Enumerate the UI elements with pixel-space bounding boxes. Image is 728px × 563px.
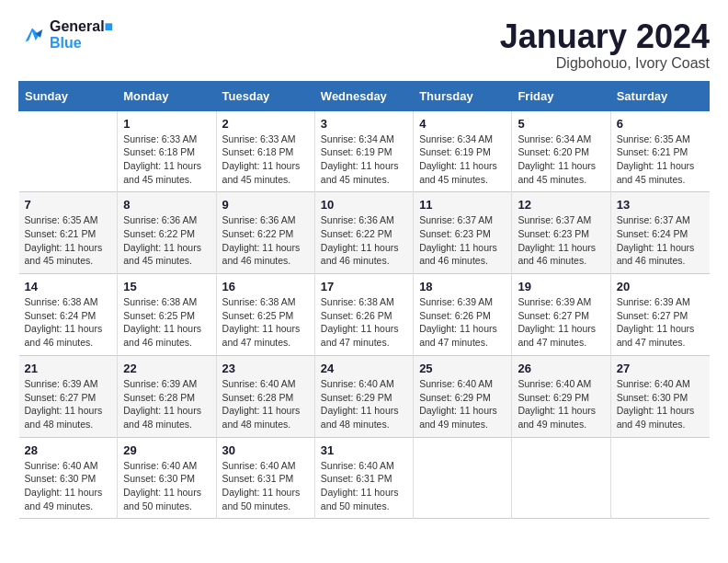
day-info: Sunrise: 6:34 AM Sunset: 6:19 PM Dayligh… xyxy=(419,132,506,187)
calendar-cell: 12Sunrise: 6:37 AM Sunset: 6:23 PM Dayli… xyxy=(512,192,610,274)
weekday-header-monday: Monday xyxy=(118,81,216,110)
day-number: 19 xyxy=(518,280,604,293)
calendar-cell xyxy=(414,437,512,519)
weekday-header-tuesday: Tuesday xyxy=(216,81,314,110)
logo-bird-icon xyxy=(18,21,46,49)
day-number: 25 xyxy=(419,362,506,375)
calendar-cell: 6Sunrise: 6:35 AM Sunset: 6:21 PM Daylig… xyxy=(610,110,709,192)
day-number: 7 xyxy=(25,198,112,212)
day-number: 3 xyxy=(321,117,407,131)
day-info: Sunrise: 6:33 AM Sunset: 6:18 PM Dayligh… xyxy=(222,132,309,187)
day-number: 12 xyxy=(518,198,604,212)
calendar-cell: 5Sunrise: 6:34 AM Sunset: 6:20 PM Daylig… xyxy=(512,110,610,192)
day-info: Sunrise: 6:36 AM Sunset: 6:22 PM Dayligh… xyxy=(123,213,210,268)
calendar-cell xyxy=(19,110,118,192)
day-info: Sunrise: 6:40 AM Sunset: 6:28 PM Dayligh… xyxy=(222,377,309,431)
day-number: 18 xyxy=(419,280,506,293)
calendar-cell: 27Sunrise: 6:40 AM Sunset: 6:30 PM Dayli… xyxy=(610,355,709,437)
day-info: Sunrise: 6:34 AM Sunset: 6:20 PM Dayligh… xyxy=(518,132,604,187)
day-info: Sunrise: 6:40 AM Sunset: 6:31 PM Dayligh… xyxy=(321,459,407,513)
day-number: 16 xyxy=(222,280,309,293)
day-number: 14 xyxy=(25,280,112,293)
week-row-5: 28Sunrise: 6:40 AM Sunset: 6:30 PM Dayli… xyxy=(19,437,710,519)
calendar-cell: 4Sunrise: 6:34 AM Sunset: 6:19 PM Daylig… xyxy=(414,110,512,192)
day-number: 22 xyxy=(123,362,210,375)
day-info: Sunrise: 6:39 AM Sunset: 6:27 PM Dayligh… xyxy=(617,295,704,350)
day-number: 4 xyxy=(419,117,506,131)
day-number: 9 xyxy=(222,198,309,212)
calendar-cell: 31Sunrise: 6:40 AM Sunset: 6:31 PM Dayli… xyxy=(314,437,413,519)
svg-marker-0 xyxy=(26,29,40,42)
week-row-4: 21Sunrise: 6:39 AM Sunset: 6:27 PM Dayli… xyxy=(19,355,710,437)
calendar-cell: 26Sunrise: 6:40 AM Sunset: 6:29 PM Dayli… xyxy=(512,355,610,437)
day-info: Sunrise: 6:39 AM Sunset: 6:27 PM Dayligh… xyxy=(25,377,112,431)
day-number: 2 xyxy=(222,117,309,131)
day-number: 28 xyxy=(25,443,112,457)
weekday-header-wednesday: Wednesday xyxy=(314,81,413,110)
day-info: Sunrise: 6:40 AM Sunset: 6:30 PM Dayligh… xyxy=(617,377,704,431)
day-number: 5 xyxy=(518,117,604,131)
day-info: Sunrise: 6:37 AM Sunset: 6:23 PM Dayligh… xyxy=(419,213,506,268)
day-number: 29 xyxy=(123,443,210,457)
day-info: Sunrise: 6:35 AM Sunset: 6:21 PM Dayligh… xyxy=(617,132,704,187)
day-number: 27 xyxy=(617,362,704,375)
day-info: Sunrise: 6:33 AM Sunset: 6:18 PM Dayligh… xyxy=(123,132,210,187)
calendar-cell xyxy=(512,437,610,519)
calendar-cell: 13Sunrise: 6:37 AM Sunset: 6:24 PM Dayli… xyxy=(610,192,709,274)
calendar-cell: 21Sunrise: 6:39 AM Sunset: 6:27 PM Dayli… xyxy=(19,355,118,437)
calendar-cell: 23Sunrise: 6:40 AM Sunset: 6:28 PM Dayli… xyxy=(216,355,314,437)
month-title: January 2024 xyxy=(500,18,710,55)
day-info: Sunrise: 6:40 AM Sunset: 6:29 PM Dayligh… xyxy=(321,377,407,431)
week-row-2: 7Sunrise: 6:35 AM Sunset: 6:21 PM Daylig… xyxy=(19,192,710,274)
calendar-cell: 16Sunrise: 6:38 AM Sunset: 6:25 PM Dayli… xyxy=(216,274,314,356)
day-info: Sunrise: 6:34 AM Sunset: 6:19 PM Dayligh… xyxy=(321,132,407,187)
day-number: 23 xyxy=(222,362,309,375)
day-info: Sunrise: 6:40 AM Sunset: 6:30 PM Dayligh… xyxy=(123,459,210,513)
calendar-cell: 1Sunrise: 6:33 AM Sunset: 6:18 PM Daylig… xyxy=(118,110,216,192)
calendar-cell: 18Sunrise: 6:39 AM Sunset: 6:26 PM Dayli… xyxy=(414,274,512,356)
day-number: 30 xyxy=(222,443,309,457)
weekday-header-saturday: Saturday xyxy=(610,81,709,110)
day-number: 1 xyxy=(123,117,210,131)
calendar-cell: 2Sunrise: 6:33 AM Sunset: 6:18 PM Daylig… xyxy=(216,110,314,192)
day-number: 31 xyxy=(321,443,407,457)
day-info: Sunrise: 6:36 AM Sunset: 6:22 PM Dayligh… xyxy=(222,213,309,268)
calendar-cell: 29Sunrise: 6:40 AM Sunset: 6:30 PM Dayli… xyxy=(118,437,216,519)
day-info: Sunrise: 6:39 AM Sunset: 6:27 PM Dayligh… xyxy=(518,295,604,350)
day-number: 6 xyxy=(617,117,704,131)
day-number: 15 xyxy=(123,280,210,293)
calendar-cell: 20Sunrise: 6:39 AM Sunset: 6:27 PM Dayli… xyxy=(610,274,709,356)
calendar-cell: 22Sunrise: 6:39 AM Sunset: 6:28 PM Dayli… xyxy=(118,355,216,437)
day-info: Sunrise: 6:38 AM Sunset: 6:25 PM Dayligh… xyxy=(123,295,210,350)
calendar-cell: 9Sunrise: 6:36 AM Sunset: 6:22 PM Daylig… xyxy=(216,192,314,274)
day-info: Sunrise: 6:35 AM Sunset: 6:21 PM Dayligh… xyxy=(25,213,112,268)
calendar-cell xyxy=(610,437,709,519)
day-info: Sunrise: 6:38 AM Sunset: 6:26 PM Dayligh… xyxy=(321,295,407,350)
calendar-cell: 24Sunrise: 6:40 AM Sunset: 6:29 PM Dayli… xyxy=(314,355,413,437)
calendar-cell: 10Sunrise: 6:36 AM Sunset: 6:22 PM Dayli… xyxy=(314,192,413,274)
day-number: 8 xyxy=(123,198,210,212)
calendar-cell: 25Sunrise: 6:40 AM Sunset: 6:29 PM Dayli… xyxy=(414,355,512,437)
day-info: Sunrise: 6:38 AM Sunset: 6:24 PM Dayligh… xyxy=(25,295,112,350)
day-info: Sunrise: 6:37 AM Sunset: 6:24 PM Dayligh… xyxy=(617,213,704,268)
day-info: Sunrise: 6:37 AM Sunset: 6:23 PM Dayligh… xyxy=(518,213,604,268)
day-number: 11 xyxy=(419,198,506,212)
day-info: Sunrise: 6:40 AM Sunset: 6:29 PM Dayligh… xyxy=(518,377,604,431)
day-number: 24 xyxy=(321,362,407,375)
calendar-cell: 8Sunrise: 6:36 AM Sunset: 6:22 PM Daylig… xyxy=(118,192,216,274)
day-number: 13 xyxy=(617,198,704,212)
weekday-header-row: SundayMondayTuesdayWednesdayThursdayFrid… xyxy=(19,81,710,110)
day-info: Sunrise: 6:39 AM Sunset: 6:28 PM Dayligh… xyxy=(123,377,210,431)
calendar-cell: 11Sunrise: 6:37 AM Sunset: 6:23 PM Dayli… xyxy=(414,192,512,274)
calendar-cell: 17Sunrise: 6:38 AM Sunset: 6:26 PM Dayli… xyxy=(314,274,413,356)
week-row-1: 1Sunrise: 6:33 AM Sunset: 6:18 PM Daylig… xyxy=(19,110,710,192)
day-number: 20 xyxy=(617,280,704,293)
day-info: Sunrise: 6:40 AM Sunset: 6:31 PM Dayligh… xyxy=(222,459,309,513)
weekday-header-sunday: Sunday xyxy=(19,81,118,110)
day-info: Sunrise: 6:38 AM Sunset: 6:25 PM Dayligh… xyxy=(222,295,309,350)
weekday-header-friday: Friday xyxy=(512,81,610,110)
calendar-cell: 19Sunrise: 6:39 AM Sunset: 6:27 PM Dayli… xyxy=(512,274,610,356)
day-number: 21 xyxy=(25,362,112,375)
day-info: Sunrise: 6:36 AM Sunset: 6:22 PM Dayligh… xyxy=(321,213,407,268)
day-info: Sunrise: 6:40 AM Sunset: 6:30 PM Dayligh… xyxy=(25,459,112,513)
